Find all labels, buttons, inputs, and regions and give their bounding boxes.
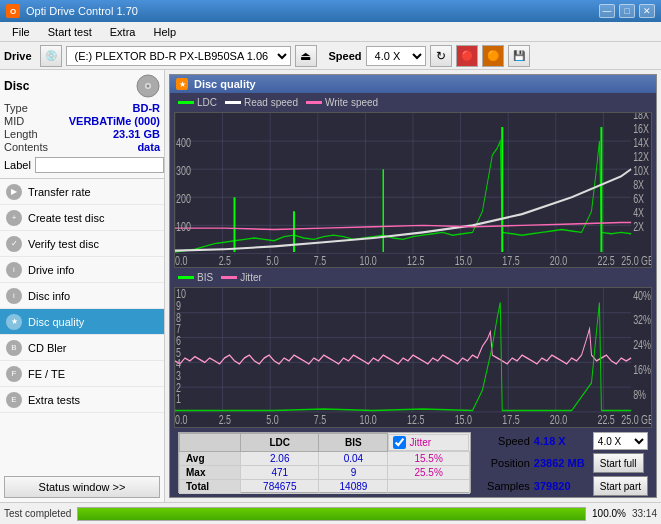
read-speed-legend-label: Read speed (244, 97, 298, 108)
svg-text:22.5: 22.5 (597, 253, 614, 267)
menu-start-test[interactable]: Start test (40, 24, 100, 40)
content-area: ★ Disc quality LDC Read speed (165, 70, 661, 502)
svg-text:10.0: 10.0 (359, 412, 376, 426)
col-empty (180, 434, 241, 452)
position-value: 23862 MB (534, 457, 589, 469)
read-speed-legend-color (225, 101, 241, 104)
disc-title: Disc (4, 79, 29, 93)
settings-button2[interactable]: 🟠 (482, 45, 504, 67)
status-text: Test completed (4, 508, 71, 519)
save-button[interactable]: 💾 (508, 45, 530, 67)
menu-help[interactable]: Help (145, 24, 184, 40)
nav-transfer-rate-label: Transfer rate (28, 186, 91, 198)
drive-info-icon: i (6, 262, 22, 278)
disc-mid-row: MID VERBATiMe (000) (4, 115, 160, 127)
nav-cd-bler-label: CD Bler (28, 342, 67, 354)
close-button[interactable]: ✕ (639, 4, 655, 18)
svg-text:5.0: 5.0 (266, 412, 278, 426)
svg-text:20.0: 20.0 (550, 253, 567, 267)
jitter-legend-color (221, 276, 237, 279)
max-ldc: 471 (241, 465, 319, 479)
jitter-col-header: Jitter (388, 434, 469, 451)
svg-text:2X: 2X (633, 219, 644, 233)
disc-mid-value: VERBATiMe (000) (69, 115, 160, 127)
nav-item-verify-test-disc[interactable]: ✓ Verify test disc (0, 231, 164, 257)
svg-text:400: 400 (176, 135, 191, 149)
menu-extra[interactable]: Extra (102, 24, 144, 40)
nav-item-fe-te[interactable]: F FE / TE (0, 361, 164, 387)
app-icon: O (6, 4, 20, 18)
start-part-button[interactable]: Start part (593, 476, 648, 496)
nav-create-test-disc-label: Create test disc (28, 212, 104, 224)
verify-test-disc-icon: ✓ (6, 236, 22, 252)
speed-select[interactable]: 4.0 X (366, 46, 426, 66)
maximize-button[interactable]: □ (619, 4, 635, 18)
svg-text:5.0: 5.0 (266, 253, 278, 267)
drive-icon-btn: 💿 (40, 45, 62, 67)
speed-right-select[interactable]: 4.0 X (593, 432, 648, 450)
stats-total-row: Total 784675 14089 (180, 479, 470, 493)
refresh-button[interactable]: ↻ (430, 45, 452, 67)
ldc-legend-color (178, 101, 194, 104)
nav-item-extra-tests[interactable]: E Extra tests (0, 387, 164, 413)
panel-icon: ★ (176, 78, 188, 90)
col-ldc: LDC (241, 434, 319, 452)
titlebar-left: O Opti Drive Control 1.70 (6, 4, 138, 18)
time-text: 33:14 (632, 508, 657, 519)
start-full-button[interactable]: Start full (593, 453, 644, 473)
svg-text:16%: 16% (633, 363, 651, 377)
bottom-chart-svg: 40% 32% 24% 16% 8% 10 9 8 7 6 5 (175, 288, 651, 427)
jitter-checkbox[interactable] (393, 436, 406, 449)
svg-text:4X: 4X (633, 205, 644, 219)
menu-file[interactable]: File (4, 24, 38, 40)
nav-item-transfer-rate[interactable]: ▶ Transfer rate (0, 179, 164, 205)
extra-tests-icon: E (6, 392, 22, 408)
nav-item-disc-quality[interactable]: ★ Disc quality (0, 309, 164, 335)
nav-item-create-test-disc[interactable]: + Create test disc (0, 205, 164, 231)
disc-mid-label: MID (4, 115, 24, 127)
menubar: File Start test Extra Help (0, 22, 661, 42)
transfer-rate-icon: ▶ (6, 184, 22, 200)
main-layout: Disc Type BD-R MID VERBATiMe (000) Lengt… (0, 70, 661, 502)
svg-text:14X: 14X (633, 135, 649, 149)
svg-text:12.5: 12.5 (407, 253, 424, 267)
disc-length-row: Length 23.31 GB (4, 128, 160, 140)
svg-text:17.5: 17.5 (502, 412, 519, 426)
bis-legend-label: BIS (197, 272, 213, 283)
svg-text:20.0: 20.0 (550, 412, 567, 426)
total-bis: 14089 (319, 479, 388, 493)
drive-select[interactable]: (E:) PLEXTOR BD-R PX-LB950SA 1.06 (66, 46, 291, 66)
minimize-button[interactable]: — (599, 4, 615, 18)
svg-text:0.0: 0.0 (175, 253, 187, 267)
panel-header: ★ Disc quality (170, 75, 656, 93)
svg-text:8%: 8% (633, 388, 646, 402)
jitter-legend-label: Jitter (240, 272, 262, 283)
max-label: Max (180, 465, 241, 479)
cd-bler-icon: B (6, 340, 22, 356)
disc-label-input[interactable] (35, 157, 164, 173)
titlebar: O Opti Drive Control 1.70 — □ ✕ (0, 0, 661, 22)
disc-contents-value: data (137, 141, 160, 153)
svg-text:100: 100 (176, 219, 191, 233)
nav-item-disc-info[interactable]: i Disc info (0, 283, 164, 309)
total-label: Total (180, 479, 241, 493)
svg-text:25.0 GB: 25.0 GB (621, 253, 651, 267)
position-row: Position 23862 MB Start full (475, 453, 648, 473)
progress-bar (77, 507, 586, 521)
settings-button1[interactable]: 🔴 (456, 45, 478, 67)
disc-quality-icon: ★ (6, 314, 22, 330)
status-window-button[interactable]: Status window >> (4, 476, 160, 498)
disc-section: Disc Type BD-R MID VERBATiMe (000) Lengt… (0, 70, 164, 179)
avg-label: Avg (180, 451, 241, 465)
stats-row: LDC BIS Jitter Avg (174, 430, 652, 495)
nav-item-cd-bler[interactable]: B CD Bler (0, 335, 164, 361)
drive-label: Drive (4, 50, 32, 62)
nav-fe-te-label: FE / TE (28, 368, 65, 380)
col-bis: BIS (319, 434, 388, 452)
nav-item-drive-info[interactable]: i Drive info (0, 257, 164, 283)
eject-button[interactable]: ⏏ (295, 45, 317, 67)
samples-row: Samples 379820 Start part (475, 476, 648, 496)
svg-text:22.5: 22.5 (597, 412, 614, 426)
nav-disc-quality-label: Disc quality (28, 316, 84, 328)
disc-contents-row: Contents data (4, 141, 160, 153)
